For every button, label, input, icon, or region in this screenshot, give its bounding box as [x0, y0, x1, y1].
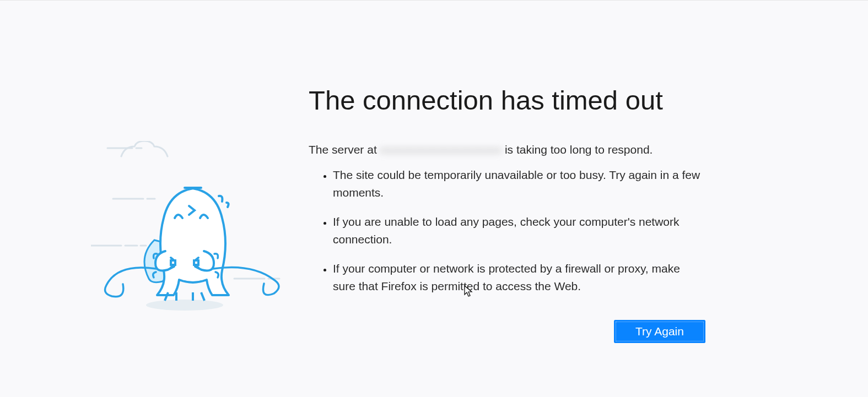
reason-item: The site could be temporarily unavailabl…: [333, 166, 705, 201]
page-title: The connection has timed out: [309, 86, 705, 116]
reason-item: If you are unable to load any pages, che…: [333, 213, 705, 248]
subtext-prefix: The server at: [309, 143, 380, 156]
svg-point-0: [146, 300, 223, 311]
error-text-column: The connection has timed out The server …: [309, 86, 705, 343]
button-row: Try Again: [309, 320, 705, 343]
sad-critter-icon: [91, 141, 295, 312]
try-again-button[interactable]: Try Again: [614, 320, 705, 343]
error-page-container: The connection has timed out The server …: [91, 1, 777, 343]
reason-list: The site could be temporarily unavailabl…: [309, 166, 705, 295]
reason-item: If your computer or network is protected…: [333, 260, 705, 295]
error-subtext: The server at xxxxxxxxxxxxxxxxxxxxx is t…: [309, 142, 705, 157]
illustration-column: [91, 86, 309, 343]
redacted-host: xxxxxxxxxxxxxxxxxxxxx: [380, 143, 502, 156]
subtext-suffix: is taking too long to respond.: [502, 143, 653, 156]
